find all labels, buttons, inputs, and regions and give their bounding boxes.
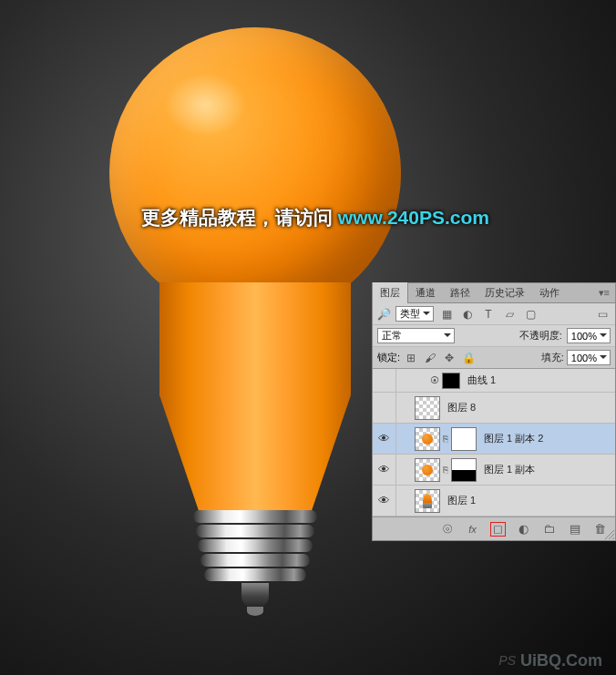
add-mask-icon[interactable]: ◻ — [490, 522, 506, 537]
layer-name[interactable]: 图层 1 副本 2 — [484, 432, 543, 445]
tab-paths[interactable]: 路径 — [443, 282, 477, 303]
link-layers-icon[interactable]: ⦾ — [439, 522, 455, 537]
blend-mode-select[interactable]: 正常 — [377, 328, 455, 343]
opacity-input[interactable]: 100% — [567, 328, 611, 343]
bulb-neck — [159, 282, 351, 519]
link-icon[interactable]: ⎘ — [443, 465, 448, 475]
layer-mask-thumb[interactable] — [442, 373, 460, 389]
visibility-toggle[interactable] — [373, 393, 396, 423]
layers-panel: 图层 通道 路径 历史记录 动作 ▾≡ 🔎 类型 ▦ ◐ T ▱ ▢ ▭ 正常 … — [372, 282, 616, 541]
watermark-url: www.240PS.com — [338, 207, 489, 228]
bulb-metal-base — [193, 510, 317, 606]
watermark-text: 更多精品教程，请访问 www.240PS.com — [141, 205, 489, 230]
fill-input[interactable]: 100% — [567, 350, 611, 365]
filter-type-icon[interactable]: T — [480, 307, 497, 322]
layer-row-curves[interactable]: ⦿ 曲线 1 — [373, 369, 615, 393]
layers-list: ⦿ 曲线 1 图层 8 👁 ⎘ 图层 1 副本 2 👁 ⎘ 图层 1 — [373, 369, 615, 516]
lock-label: 锁定: — [377, 351, 400, 364]
eye-icon: 👁 — [378, 463, 390, 476]
lock-row: 锁定: ⊞ 🖌 ✥ 🔒 填充: 100% — [373, 347, 615, 369]
layer-name[interactable]: 图层 1 副本 — [484, 463, 535, 476]
lock-position-icon[interactable]: ✥ — [441, 351, 457, 365]
opacity-label: 不透明度: — [519, 329, 562, 343]
new-layer-icon[interactable]: ▤ — [567, 522, 582, 537]
layer-thumb[interactable] — [415, 489, 440, 513]
layer-thumb[interactable] — [415, 396, 440, 420]
bulb-orange-sphere — [109, 27, 401, 319]
lock-all-icon[interactable]: 🔒 — [460, 351, 477, 365]
layer-name[interactable]: 图层 1 — [447, 494, 476, 507]
tab-channels[interactable]: 通道 — [408, 282, 443, 303]
visibility-toggle[interactable]: 👁 — [373, 486, 396, 516]
link-icon: ⦿ — [430, 375, 439, 385]
visibility-toggle[interactable]: 👁 — [373, 424, 396, 454]
layer-thumb[interactable] — [415, 458, 440, 482]
watermark-ps-logo: PS — [498, 653, 516, 668]
lock-pixels-icon[interactable]: 🖌 — [422, 351, 438, 365]
fill-label: 填充: — [541, 351, 564, 364]
filter-adjust-icon[interactable]: ◐ — [459, 307, 476, 322]
eye-icon: 👁 — [378, 432, 390, 445]
panel-menu-icon[interactable]: ▾≡ — [593, 287, 615, 299]
layer-mask-thumb[interactable] — [451, 427, 477, 451]
watermark-cn: 更多精品教程，请访问 — [141, 207, 338, 228]
panel-footer: ⦾ fx ◻ ◐ 🗀 ▤ 🗑 — [373, 516, 615, 540]
tab-layers[interactable]: 图层 — [373, 282, 408, 303]
eye-icon: 👁 — [378, 494, 390, 507]
visibility-toggle[interactable]: 👁 — [373, 455, 396, 485]
layer-thumb[interactable] — [415, 427, 440, 451]
layer-name[interactable]: 图层 8 — [447, 401, 476, 414]
new-group-icon[interactable]: 🗀 — [541, 522, 557, 537]
filter-pixel-icon[interactable]: ▦ — [438, 307, 455, 322]
resize-grip-icon[interactable] — [605, 530, 614, 539]
watermark-site: UiBQ.Com — [520, 651, 602, 670]
filter-kind-icon[interactable]: 🔎 — [377, 308, 391, 321]
layer-row-copy1[interactable]: 👁 ⎘ 图层 1 副本 — [373, 455, 615, 486]
layer-row-1[interactable]: 👁 图层 1 — [373, 486, 615, 516]
layer-name[interactable]: 曲线 1 — [467, 373, 496, 387]
filter-row: 🔎 类型 ▦ ◐ T ▱ ▢ ▭ — [373, 303, 615, 325]
filter-toggle-icon[interactable]: ▭ — [594, 307, 611, 322]
blend-row: 正常 不透明度: 100% — [373, 325, 615, 347]
layer-mask-thumb[interactable] — [451, 458, 477, 482]
link-icon[interactable]: ⎘ — [443, 434, 448, 444]
tab-actions[interactable]: 动作 — [532, 282, 567, 303]
filter-type-select[interactable]: 类型 — [395, 306, 434, 322]
lock-transparency-icon[interactable]: ⊞ — [403, 351, 419, 365]
adjustment-layer-icon[interactable]: ◐ — [516, 522, 531, 537]
panel-tabs: 图层 通道 路径 历史记录 动作 ▾≡ — [373, 283, 615, 303]
filter-shape-icon[interactable]: ▱ — [501, 307, 518, 322]
layer-row-8[interactable]: 图层 8 — [373, 393, 615, 424]
canvas-artwork — [91, 27, 419, 665]
filter-smart-icon[interactable]: ▢ — [522, 307, 539, 322]
fx-icon[interactable]: fx — [465, 522, 480, 537]
tab-history[interactable]: 历史记录 — [477, 282, 532, 303]
visibility-toggle[interactable] — [373, 369, 396, 392]
layer-row-copy2[interactable]: 👁 ⎘ 图层 1 副本 2 — [373, 424, 615, 455]
